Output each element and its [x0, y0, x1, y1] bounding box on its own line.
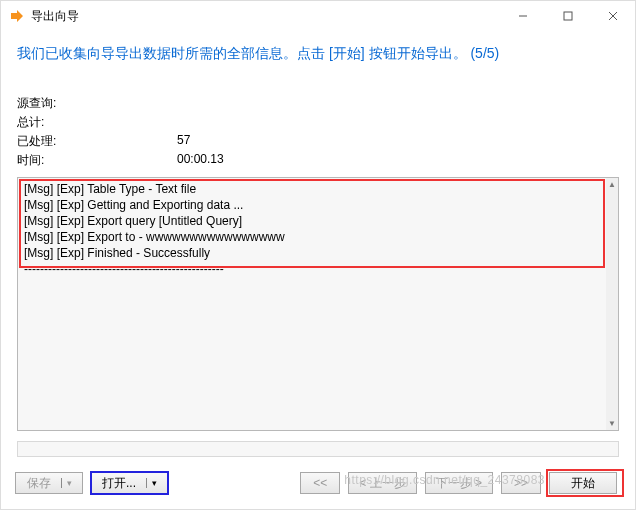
- window-title: 导出向导: [31, 8, 79, 25]
- log-content: [Msg] [Exp] Table Type - Text file [Msg]…: [18, 178, 618, 280]
- stats-block: 源查询: 总计: 已处理: 57 时间: 00:00.13: [17, 93, 619, 171]
- open-button-label: 打开...: [102, 475, 136, 492]
- content-area: 我们已收集向导导出数据时所需的全部信息。点击 [开始] 按钮开始导出。 (5/5…: [1, 31, 635, 465]
- dropdown-icon: ▾: [146, 478, 157, 488]
- close-button[interactable]: [590, 1, 635, 31]
- scroll-up-icon[interactable]: ▲: [608, 178, 616, 191]
- save-button-label: 保存: [27, 475, 51, 492]
- save-button[interactable]: 保存 ▾: [15, 472, 83, 494]
- scrollbar[interactable]: ▲ ▼: [606, 178, 618, 430]
- maximize-button[interactable]: [545, 1, 590, 31]
- total-label: 总计:: [17, 114, 177, 131]
- footer-toolbar: 保存 ▾ 打开... ▾ << < 上一步 下一步 > >> 开始: [1, 465, 635, 509]
- export-wizard-window: 导出向导 我们已收集向导导出数据时所需的全部信息。点击 [开始] 按钮开始导出。…: [0, 0, 636, 510]
- svg-rect-1: [564, 12, 572, 20]
- start-button-label: 开始: [571, 475, 595, 492]
- log-textarea[interactable]: [Msg] [Exp] Table Type - Text file [Msg]…: [17, 177, 619, 431]
- titlebar: 导出向导: [1, 1, 635, 31]
- next-button[interactable]: 下一步 >: [425, 472, 493, 494]
- source-query-label: 源查询:: [17, 95, 177, 112]
- first-button[interactable]: <<: [300, 472, 340, 494]
- start-button[interactable]: 开始: [549, 472, 617, 494]
- app-icon: [9, 8, 25, 24]
- prev-button[interactable]: < 上一步: [348, 472, 416, 494]
- last-button[interactable]: >>: [501, 472, 541, 494]
- instruction-text: 我们已收集向导导出数据时所需的全部信息。点击 [开始] 按钮开始导出。 (5/5…: [17, 45, 619, 63]
- minimize-button[interactable]: [500, 1, 545, 31]
- processed-label: 已处理:: [17, 133, 177, 150]
- progress-bar: [17, 441, 619, 457]
- dropdown-icon: ▾: [61, 478, 72, 488]
- processed-value: 57: [177, 133, 190, 150]
- time-label: 时间:: [17, 152, 177, 169]
- time-value: 00:00.13: [177, 152, 224, 169]
- open-button[interactable]: 打开... ▾: [91, 472, 168, 494]
- scroll-down-icon[interactable]: ▼: [608, 417, 616, 430]
